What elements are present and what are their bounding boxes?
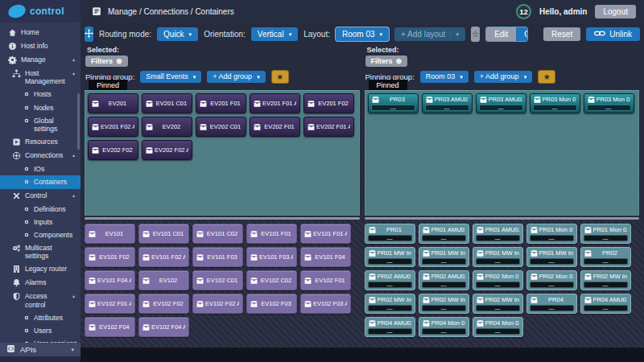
pinned-drop-area[interactable]: EV201EV201 C01EV201 F01EV201 F01 AEV201 … [85, 90, 360, 216]
container-button[interactable]: EV101 F02 [85, 247, 135, 267]
container-button[interactable]: EV102 C02 [246, 270, 297, 290]
container-button[interactable]: EV202 F01 A [303, 117, 354, 137]
container-button[interactable]: PR02 MW In04— [473, 294, 523, 314]
container-button[interactable]: PR03 Mon 01— [530, 93, 580, 113]
container-button[interactable]: EV101 F04 [300, 247, 351, 267]
container-button[interactable]: EV202 F02 [88, 140, 138, 160]
sidebar-item-hosts[interactable]: Hosts [0, 88, 80, 101]
sidebar-item-containers[interactable]: Containers [0, 175, 80, 188]
container-button[interactable]: PR03 Mon 02— [584, 93, 634, 113]
container-button[interactable]: EV101 F01 A [300, 224, 351, 244]
orientation-dropdown[interactable]: Vertical ▾ [251, 27, 298, 41]
container-button[interactable]: PR01— [365, 224, 415, 244]
container-button[interactable]: EV101 F03 A [246, 247, 297, 267]
container-button[interactable]: PR02— [580, 247, 631, 267]
container-button[interactable]: PR01 MW In01— [365, 247, 415, 267]
logout-button[interactable]: Logout [595, 5, 636, 19]
notification-badge[interactable]: 12 [516, 4, 531, 19]
sidebar-item-nodes[interactable]: Nodes [0, 101, 80, 114]
sidebar-item-resources[interactable]: Resources [0, 135, 80, 149]
container-button[interactable]: EV201 [88, 93, 138, 113]
container-button[interactable]: EV202 [142, 117, 192, 137]
sidebar-item-apis[interactable]: APIs ▾ [0, 343, 80, 356]
favorite-layout-button[interactable]: ☆ [471, 27, 480, 42]
pinned-tab[interactable]: Pinned [89, 80, 127, 90]
container-button[interactable]: EV102 F04 A [138, 317, 189, 337]
container-button[interactable]: EV102 F04 [85, 317, 135, 337]
pinned-tab[interactable]: Pinned [369, 80, 407, 90]
container-button[interactable]: PR02 Mon 01— [473, 270, 523, 290]
container-button[interactable]: EV102 F01 A [85, 294, 135, 314]
container-button[interactable]: EV101 C02 [192, 224, 243, 244]
container-button[interactable]: EV102 [138, 270, 189, 290]
container-button[interactable]: EV102 C01 [192, 270, 243, 290]
container-button[interactable]: PR01 MW In03— [473, 247, 523, 267]
container-button[interactable]: PR01 MW In04— [526, 247, 577, 267]
sidebar-item-host-info[interactable]: Host info [0, 39, 80, 53]
unlink-button[interactable]: Unlink [586, 27, 640, 41]
container-button[interactable]: EV201 F02 A [88, 117, 138, 137]
horizontal-scrollbar[interactable] [85, 217, 360, 220]
container-button[interactable]: EV101 F04 A [85, 270, 135, 290]
container-button[interactable]: PR04 AMU02— [365, 317, 415, 337]
sidebar-item-home[interactable]: Home [0, 26, 80, 39]
sidebar-item-connections[interactable]: Connections▴ [0, 149, 80, 162]
sidebar-item-access-control[interactable]: Access control▴ [0, 290, 80, 311]
container-button[interactable]: PR02 MW In01— [580, 270, 631, 290]
container-button[interactable]: EV101 F03 [192, 247, 243, 267]
sidebar-scrollbar[interactable] [77, 93, 80, 150]
container-button[interactable]: EV201 F01 A [250, 93, 300, 113]
operational-mode-button[interactable]: Operational [516, 27, 528, 41]
sidebar-item-users[interactable]: Users [0, 324, 80, 337]
filters-button[interactable]: Filters ⊗ [85, 56, 128, 67]
container-button[interactable]: PR04 Mon 02— [473, 317, 523, 337]
container-button[interactable]: PR02 AMU02— [419, 270, 469, 290]
sidebar-item-alarms[interactable]: Alarms [0, 276, 80, 290]
add-group-button[interactable]: + Add group ▾ [207, 71, 265, 84]
horizontal-scrollbar[interactable] [365, 217, 640, 220]
sidebar-item-attributes[interactable]: Attributes [0, 311, 80, 324]
container-button[interactable]: EV202 F02 A [142, 140, 192, 160]
sidebar-item-host-management[interactable]: Host Management▴ [0, 67, 80, 88]
container-button[interactable]: EV102 F03 A [300, 294, 351, 314]
layout-dropdown[interactable]: Room 03 ▾ [336, 27, 389, 41]
container-button[interactable]: EV201 F02 [303, 93, 354, 113]
pinning-group-dropdown[interactable]: Room 03 ▾ [420, 71, 469, 84]
container-button[interactable]: PR01 Mon 01— [526, 224, 577, 244]
container-button[interactable]: PR01 AMU01— [419, 224, 469, 244]
sidebar-item-control[interactable]: Control▴ [0, 189, 80, 203]
container-button[interactable]: PR01 Mon 02— [580, 224, 631, 244]
container-button[interactable]: EV102 F03 [246, 294, 297, 314]
pinned-drop-area[interactable]: PR03—PR03 AMU01—PR03 AMU02—PR03 Mon 01—P… [365, 90, 640, 216]
container-button[interactable]: EV101 C01 [138, 224, 189, 244]
sidebar-item-definitions[interactable]: Definitions [0, 203, 80, 216]
container-button[interactable]: PR04 Mon 01— [419, 317, 469, 337]
sidebar-item-components[interactable]: Components [0, 228, 80, 241]
sidebar-item-ios[interactable]: IOs [0, 162, 80, 175]
sidebar-item-manage[interactable]: Manage▴ [0, 53, 80, 67]
favorite-group-button[interactable]: ★ [271, 70, 289, 84]
add-group-button[interactable]: + Add group ▾ [474, 71, 532, 84]
container-button[interactable]: PR03— [368, 93, 419, 113]
container-button[interactable]: EV102 F02 A [192, 294, 243, 314]
routing-mode-dropdown[interactable]: Quick ▾ [157, 27, 198, 41]
edit-mode-button[interactable]: Edit [486, 27, 516, 41]
container-button[interactable]: EV201 F01 [196, 93, 246, 113]
container-button[interactable]: PR03 AMU01— [422, 93, 473, 113]
pinning-group-dropdown[interactable]: Small Events ▾ [140, 71, 201, 84]
sidebar-item-legacy-router[interactable]: Legacy router [0, 262, 80, 276]
container-button[interactable]: PR04— [526, 294, 577, 314]
filters-button[interactable]: Filters ⊗ [365, 56, 408, 67]
sidebar-item-multicast-settings[interactable]: Multicast settings [0, 241, 80, 262]
container-button[interactable]: PR02 MW In02— [365, 294, 415, 314]
container-button[interactable]: PR04 AMU01— [580, 294, 631, 314]
container-button[interactable]: PR02 Mon 02— [526, 270, 577, 290]
container-button[interactable]: PR03 AMU02— [476, 93, 526, 113]
reset-button[interactable]: Reset [543, 27, 580, 41]
container-button[interactable]: PR01 AMU02— [473, 224, 523, 244]
container-button[interactable]: EV101 [85, 224, 135, 244]
container-button[interactable]: EV101 F02 A [138, 247, 189, 267]
sidebar-item-inputs[interactable]: Inputs [0, 216, 80, 228]
favorite-group-button[interactable]: ★ [538, 70, 555, 84]
container-button[interactable]: EV202 F01 [250, 117, 300, 137]
